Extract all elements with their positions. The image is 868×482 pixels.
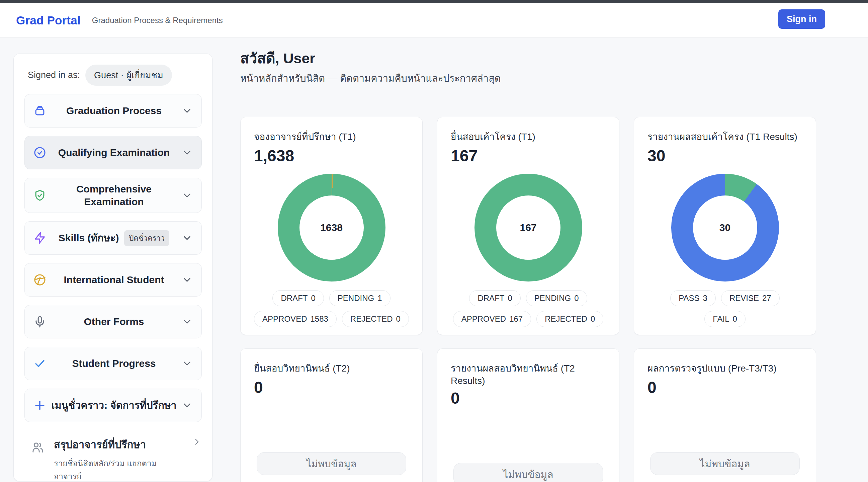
status-badge: REJECTED0 bbox=[342, 311, 409, 327]
stat-card-t2-thesis-submission: ยื่นสอบวิทยานิพนธ์ (T2) 0 ไม่พบข้อมูล bbox=[240, 349, 423, 482]
card-title: ยื่นสอบเค้าโครง (T1) bbox=[451, 129, 606, 144]
sidebar-item-other-forms[interactable]: Other Forms bbox=[24, 305, 202, 338]
sidebar-item-label: Qualifying Examination bbox=[58, 146, 169, 159]
donut-center: 30 bbox=[693, 195, 757, 260]
donut-chart: 30 bbox=[671, 174, 779, 281]
stat-card-t2-results: รายงานผลสอบวิทยานิพนธ์ (T2 Results) 0 ไม… bbox=[437, 349, 619, 482]
card-title: รายงานผลสอบเค้าโครง (T1 Results) bbox=[648, 129, 802, 144]
sidebar-item-label: Other Forms bbox=[84, 315, 144, 328]
donut-chart: 1638 bbox=[278, 174, 385, 281]
sidebar-item-qualifying-examination[interactable]: Qualifying Examination bbox=[24, 136, 202, 169]
sidebar-item-comprehensive-examination[interactable]: Comprehensive Examination bbox=[24, 178, 202, 213]
card-title: รายงานผลสอบวิทยานิพนธ์ (T2 Results) bbox=[451, 361, 606, 386]
sidebar-item-international-student[interactable]: International Student bbox=[24, 263, 202, 297]
donut-center: 167 bbox=[496, 195, 560, 260]
lightning-bolt-icon bbox=[33, 231, 47, 245]
sidebar-item-advisor-management[interactable]: เมนูชั่วคราว: จัดการที่ปรึกษา bbox=[24, 389, 202, 422]
status-badge: PENDING1 bbox=[329, 290, 391, 306]
chevron-down-icon bbox=[181, 190, 193, 201]
stat-card-pre-t3-format-check: ผลการตรวจรูปแบบ (Pre-T3/T3) 0 ไม่พบข้อมู… bbox=[634, 349, 816, 482]
briefcase-icon bbox=[33, 104, 47, 118]
status-badge: REVISE27 bbox=[721, 290, 780, 306]
users-icon bbox=[31, 441, 44, 456]
chevron-down-icon bbox=[181, 316, 193, 327]
header-subtitle: Graduation Process & Requirements bbox=[92, 16, 223, 25]
card-total: 167 bbox=[451, 147, 606, 165]
signed-in-label: Signed in as: bbox=[28, 70, 80, 80]
temporarily-closed-badge: ปิดชั่วคราว bbox=[124, 230, 169, 246]
card-total: 0 bbox=[254, 378, 409, 397]
sidebar-item-advisor-summary[interactable]: สรุปอาจารย์ที่ปรึกษา รายชื่อนิสิตหลัก/ร่… bbox=[24, 431, 205, 482]
page-title: สวัสดี, User bbox=[240, 50, 817, 67]
status-badge: PENDING0 bbox=[526, 290, 587, 306]
no-data-pill: ไม่พบข้อมูล bbox=[650, 452, 800, 475]
shield-check-icon bbox=[33, 189, 47, 202]
status-badge: DRAFT0 bbox=[272, 290, 323, 306]
chevron-down-icon bbox=[181, 147, 193, 158]
chevron-right-icon bbox=[192, 438, 201, 448]
stat-card-t1-results: รายงานผลสอบเค้าโครง (T1 Results) 30 30 P… bbox=[634, 117, 816, 335]
app-header: Grad Portal Graduation Process & Require… bbox=[0, 3, 868, 38]
circle-check-icon bbox=[33, 146, 47, 159]
card-total: 0 bbox=[451, 389, 606, 408]
chevron-down-icon bbox=[181, 105, 193, 117]
status-badge: PASS3 bbox=[670, 290, 716, 306]
status-badge: APPROVED167 bbox=[453, 311, 531, 327]
chevron-down-icon bbox=[181, 358, 193, 369]
globe-icon bbox=[33, 273, 47, 287]
card-title: ยื่นสอบวิทยานิพนธ์ (T2) bbox=[254, 361, 409, 375]
sidebar-item-label: Graduation Process bbox=[66, 104, 162, 117]
status-badge: APPROVED1583 bbox=[254, 311, 337, 327]
status-badge: DRAFT0 bbox=[469, 290, 520, 306]
signed-in-row: Signed in as: Guest · ผู้เยี่ยมชม bbox=[28, 65, 202, 86]
sidebar-item-label: เมนูชั่วคราว: จัดการที่ปรึกษา bbox=[52, 399, 177, 412]
status-badges: DRAFT0 PENDING1 APPROVED1583 REJECTED0 bbox=[254, 290, 409, 327]
donut-chart: 167 bbox=[474, 174, 582, 281]
check-icon bbox=[33, 357, 47, 370]
chevron-down-icon bbox=[181, 274, 193, 285]
chevron-down-icon bbox=[181, 400, 193, 411]
sidebar-item-label: Comprehensive Examination bbox=[49, 183, 179, 208]
chevron-down-icon bbox=[181, 232, 193, 244]
sign-in-button[interactable]: Sign in bbox=[778, 9, 825, 29]
page-subtitle: หน้าหลักสำหรับนิสิต — ติดตามความคืบหน้าแ… bbox=[240, 71, 817, 86]
card-total: 0 bbox=[648, 378, 802, 397]
sidebar-item-label: Skills (ทักษะ) bbox=[59, 232, 119, 244]
stat-card-t1-advisor-booking: จองอาจารย์ที่ปรึกษา (T1) 1,638 1638 DRAF… bbox=[240, 117, 423, 335]
card-total: 30 bbox=[648, 147, 802, 165]
plus-icon bbox=[33, 399, 47, 412]
sidebar-item-student-progress[interactable]: Student Progress bbox=[24, 347, 202, 380]
status-badge: REJECTED0 bbox=[536, 311, 603, 327]
main-content: สวัสดี, User หน้าหลักสำหรับนิสิต — ติดตา… bbox=[240, 50, 817, 482]
top-strip bbox=[0, 0, 868, 3]
donut-center: 1638 bbox=[300, 195, 364, 260]
card-title: จองอาจารย์ที่ปรึกษา (T1) bbox=[254, 129, 409, 144]
status-badge: FAIL0 bbox=[704, 311, 746, 327]
no-data-pill: ไม่พบข้อมูล bbox=[454, 463, 603, 482]
sidebar-item-graduation-process[interactable]: Graduation Process bbox=[24, 94, 202, 127]
card-title: ผลการตรวจรูปแบบ (Pre-T3/T3) bbox=[648, 361, 802, 375]
status-badges: DRAFT0 PENDING0 APPROVED167 REJECTED0 bbox=[451, 290, 606, 327]
advisor-summary-title: สรุปอาจารย์ที่ปรึกษา bbox=[54, 436, 183, 453]
advisor-summary-subtitle: รายชื่อนิสิตหลัก/ร่วม แยกตามอาจารย์ bbox=[54, 457, 183, 482]
microphone-icon bbox=[33, 315, 47, 328]
sidebar-item-skills[interactable]: Skills (ทักษะ) ปิดชั่วคราว bbox=[24, 221, 202, 255]
sidebar-item-label: Student Progress bbox=[72, 357, 156, 370]
sidebar: Signed in as: Guest · ผู้เยี่ยมชม Gradua… bbox=[13, 54, 213, 481]
cards-grid: จองอาจารย์ที่ปรึกษา (T1) 1,638 1638 DRAF… bbox=[240, 117, 817, 482]
card-total: 1,638 bbox=[254, 147, 409, 165]
sidebar-item-label: International Student bbox=[64, 273, 164, 286]
guest-chip: Guest · ผู้เยี่ยมชม bbox=[85, 65, 172, 86]
brand-logo[interactable]: Grad Portal bbox=[16, 14, 81, 27]
no-data-pill: ไม่พบข้อมูล bbox=[257, 452, 406, 475]
stat-card-t1-proposal-submission: ยื่นสอบเค้าโครง (T1) 167 167 DRAFT0 PEND… bbox=[437, 117, 619, 335]
status-badges: PASS3 REVISE27 FAIL0 bbox=[648, 290, 802, 327]
